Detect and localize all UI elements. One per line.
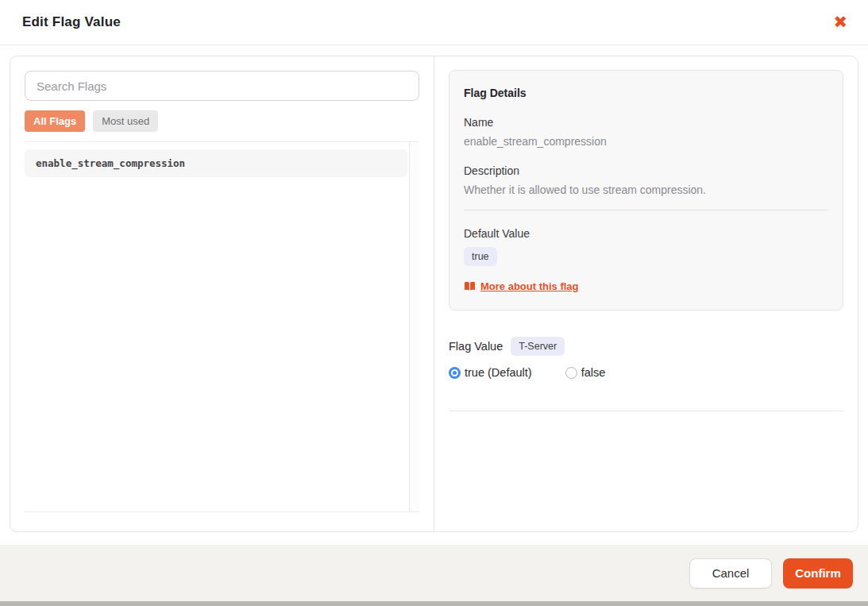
close-icon[interactable]: ✖ xyxy=(833,14,847,31)
name-value: enable_stream_compression xyxy=(464,135,828,148)
search-input[interactable] xyxy=(25,71,419,101)
tab-most-used[interactable]: Most used xyxy=(93,110,158,132)
flag-value-section: Flag Value T-Server true (Default) false xyxy=(449,337,843,411)
name-label: Name xyxy=(464,116,828,129)
radio-true-icon[interactable] xyxy=(449,367,461,379)
section-divider xyxy=(449,411,843,411)
modal-header: Edit Flag Value ✖ xyxy=(0,0,868,45)
book-icon xyxy=(464,281,476,291)
flag-list: enable_stream_compression xyxy=(25,141,419,512)
flag-list-item[interactable]: enable_stream_compression xyxy=(25,149,407,177)
card-divider xyxy=(464,210,828,210)
flag-details-heading: Flag Details xyxy=(464,87,828,99)
default-value-badge: true xyxy=(464,247,497,266)
flag-search-panel: All Flags Most used enable_stream_compre… xyxy=(10,56,434,531)
page-scrollbar[interactable] xyxy=(0,601,868,606)
radio-option-false[interactable]: false xyxy=(565,366,606,379)
radio-false-label: false xyxy=(581,366,606,379)
cancel-button[interactable]: Cancel xyxy=(689,558,772,589)
scope-badge: T-Server xyxy=(511,337,565,356)
list-scrollbar[interactable] xyxy=(409,142,419,511)
flag-value-radio-group: true (Default) false xyxy=(449,366,843,379)
flag-details-card: Flag Details Name enable_stream_compress… xyxy=(449,70,843,311)
radio-true-label: true (Default) xyxy=(465,366,532,379)
default-value-label: Default Value xyxy=(464,227,828,240)
modal-footer: Cancel Confirm xyxy=(0,545,868,601)
tab-all-flags[interactable]: All Flags xyxy=(25,110,85,132)
radio-false-icon[interactable] xyxy=(565,367,577,379)
confirm-button[interactable]: Confirm xyxy=(783,558,853,589)
flag-detail-panel: Flag Details Name enable_stream_compress… xyxy=(434,56,858,531)
modal-title: Edit Flag Value xyxy=(22,14,121,30)
description-label: Description xyxy=(464,164,828,177)
description-value: Whether it is allowed to use stream comp… xyxy=(464,183,828,196)
flag-value-head: Flag Value T-Server xyxy=(449,337,843,356)
flag-filter-tabs: All Flags Most used xyxy=(25,110,419,132)
radio-option-true[interactable]: true (Default) xyxy=(449,366,532,379)
modal-body: All Flags Most used enable_stream_compre… xyxy=(10,56,858,532)
flag-value-label: Flag Value xyxy=(449,340,503,353)
more-about-flag-link[interactable]: More about this flag xyxy=(480,280,579,292)
more-link-row: More about this flag xyxy=(464,280,828,292)
